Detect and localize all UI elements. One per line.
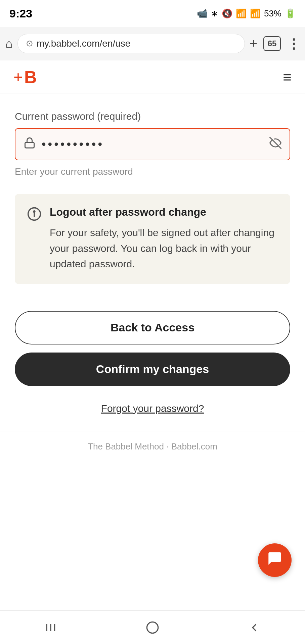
confirm-changes-button[interactable]: Confirm my changes [15,353,290,386]
mute-icon: 🔇 [222,8,232,19]
info-icon [27,207,42,272]
info-body: For your safety, you'll be signed out af… [50,225,278,272]
address-lock-icon: ⊙ [26,38,33,49]
browser-home-button[interactable]: ⌂ [5,37,13,51]
footer-peek: The Babbel Method · Babbel.com [0,431,305,459]
current-password-field[interactable] [15,128,290,160]
svg-point-3 [34,211,35,212]
battery-icon: 🔋 [285,8,296,19]
main-form-area: Current password (required) Enter your c… [0,94,305,284]
camera-icon: 📹 [197,8,208,19]
browser-menu-button[interactable]: ⋮ [287,36,300,51]
forgot-password-link[interactable]: Forgot your password? [0,399,305,418]
chat-fab-icon [266,550,283,570]
svg-rect-0 [25,142,34,148]
browser-address-bar[interactable]: ⊙ my.babbel.com/en/use [17,34,245,53]
password-field-hint: Enter your current password [15,166,290,177]
nav-back-button[interactable] [37,618,64,638]
logo-plus: + [13,68,23,86]
footer-text: The Babbel Method · Babbel.com [15,441,290,452]
back-to-access-button[interactable]: Back to Access [15,311,290,344]
battery-text: 53% [264,8,281,19]
browser-bar: ⌂ ⊙ my.babbel.com/en/use + 65 ⋮ [0,27,305,60]
status-bar: 9:23 📹 ∗ 🔇 📶 📶 53% 🔋 [0,0,305,27]
lock-icon [24,137,36,152]
chat-fab-button[interactable] [258,543,292,577]
address-url: my.babbel.com/en/use [37,38,236,49]
new-tab-button[interactable]: + [250,36,257,51]
browser-actions: + 65 ⋮ [250,36,300,51]
status-time: 9:23 [9,7,32,20]
status-icons: 📹 ∗ 🔇 📶 📶 53% 🔋 [197,8,296,19]
babbel-logo: + B [13,67,37,87]
bottom-nav [0,610,305,644]
nav-home-button[interactable] [139,618,166,638]
hamburger-menu-button[interactable]: ≡ [283,70,292,85]
tabs-count-button[interactable]: 65 [263,36,281,51]
info-content: Logout after password change For your sa… [50,206,278,272]
signal-icon: 📶 [250,8,261,19]
nav-forward-button[interactable] [241,618,268,638]
info-box: Logout after password change For your sa… [15,194,290,284]
app-content: + B ≡ Current password (required) [0,60,305,485]
bluetooth-icon: ∗ [211,8,218,19]
buttons-area: Back to Access Confirm my changes [0,311,305,386]
logo-b: B [24,67,37,87]
current-password-label: Current password (required) [15,111,290,122]
svg-point-8 [147,622,158,633]
wifi-icon: 📶 [236,8,247,19]
current-password-input[interactable] [42,137,269,151]
toggle-password-visibility-icon[interactable] [269,137,281,152]
app-header: + B ≡ [0,60,305,94]
info-title: Logout after password change [50,206,278,218]
